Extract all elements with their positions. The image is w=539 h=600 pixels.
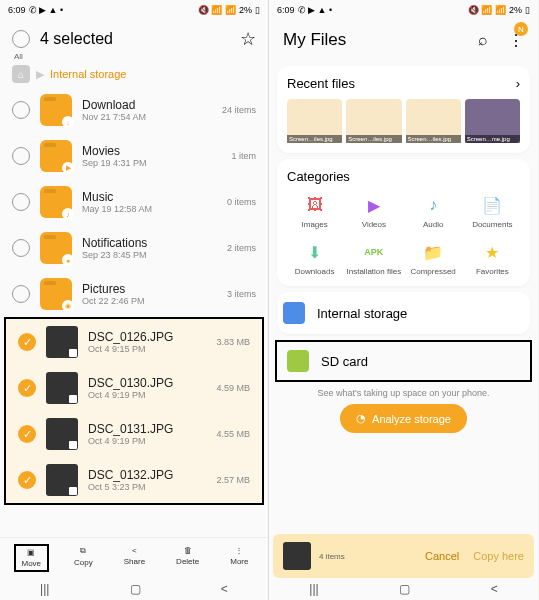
selected-files-box: ✓ DSC_0126.JPGOct 4 9:15 PM 3.83 MB ✓ DS… xyxy=(4,317,264,505)
folder-row[interactable]: ↓ DownloadNov 21 7:54 AM 24 items xyxy=(0,87,268,133)
select-all-checkbox[interactable] xyxy=(12,30,30,48)
chevron-right-icon[interactable]: › xyxy=(516,76,520,91)
checkbox[interactable] xyxy=(12,101,30,119)
category-compressed[interactable]: 📁 Compressed xyxy=(406,241,461,276)
recent-apps-icon[interactable]: ||| xyxy=(309,582,318,596)
category-icon: 🖼 xyxy=(304,194,326,216)
back-nav-icon[interactable]: < xyxy=(491,582,498,596)
breadcrumb-label: Internal storage xyxy=(50,68,126,80)
pie-icon: ◔ xyxy=(356,412,366,425)
recent-apps-icon[interactable]: ||| xyxy=(40,582,49,596)
category-images[interactable]: 🖼 Images xyxy=(287,194,342,229)
storage-card: Internal storage xyxy=(277,292,530,334)
category-icon: APK xyxy=(363,241,385,263)
internal-storage-item[interactable]: Internal storage xyxy=(277,292,530,334)
internal-storage-icon xyxy=(283,302,305,324)
home-nav-icon[interactable]: ▢ xyxy=(130,582,141,596)
categories-title: Categories xyxy=(287,169,520,184)
battery: 2% xyxy=(509,5,522,15)
copy-button[interactable]: ⧉Copy xyxy=(68,544,99,572)
category-icon: ▶ xyxy=(363,194,385,216)
checked-icon[interactable]: ✓ xyxy=(18,379,36,397)
category-icon: ⬇ xyxy=(304,241,326,263)
category-documents[interactable]: 📄 Documents xyxy=(465,194,520,229)
copy-count: 4 items xyxy=(319,552,417,561)
nav-bar: ||| ▢ < xyxy=(269,578,538,600)
category-downloads[interactable]: ⬇ Downloads xyxy=(287,241,342,276)
phone-left: 6:09 ✆ ▶ ▲ • 🔇 📶 📶 2% ▯ 4 selected ☆ All… xyxy=(0,0,269,600)
category-icon: 📄 xyxy=(481,194,503,216)
image-thumb xyxy=(46,418,78,450)
folder-icon: ◉ xyxy=(40,278,72,310)
image-thumb xyxy=(46,372,78,404)
recent-thumb[interactable]: Screen…iles.jpg xyxy=(406,99,461,143)
checked-icon[interactable]: ✓ xyxy=(18,425,36,443)
all-label: All xyxy=(14,52,268,61)
checkbox[interactable] xyxy=(12,285,30,303)
move-button[interactable]: ▣Move xyxy=(14,544,50,572)
checked-icon[interactable]: ✓ xyxy=(18,471,36,489)
phone-right: 6:09 ✆ ▶ ▲ • 🔇 📶 📶 2% ▯ My Files ⌕ ⋮ N R… xyxy=(269,0,538,600)
folder-icon: ▶ xyxy=(40,140,72,172)
home-nav-icon[interactable]: ▢ xyxy=(399,582,410,596)
home-icon[interactable]: ⌂ xyxy=(12,65,30,83)
sd-card-item[interactable]: SD card xyxy=(275,340,532,382)
file-row[interactable]: ✓ DSC_0132.JPGOct 5 3:23 PM 2.57 MB xyxy=(6,457,262,503)
file-row[interactable]: ✓ DSC_0131.JPGOct 4 9:19 PM 4.55 MB xyxy=(6,411,262,457)
category-audio[interactable]: ♪ Audio xyxy=(406,194,461,229)
more-button[interactable]: ⋮More xyxy=(224,544,254,572)
category-label: Compressed xyxy=(410,267,455,276)
folder-row[interactable]: ◉ PicturesOct 22 2:46 PM 3 items xyxy=(0,271,268,317)
breadcrumb[interactable]: ⌂ ▶ Internal storage xyxy=(0,61,268,87)
category-icon: 📁 xyxy=(422,241,444,263)
category-installation-files[interactable]: APK Installation files xyxy=(346,241,401,276)
category-icon: ★ xyxy=(481,241,503,263)
category-label: Installation files xyxy=(347,267,402,276)
categories-card: Categories 🖼 Images ▶ Videos ♪ Audio 📄 D… xyxy=(277,159,530,286)
image-thumb xyxy=(46,326,78,358)
folder-icon: ↓ xyxy=(40,94,72,126)
selection-count: 4 selected xyxy=(40,30,230,48)
folder-icon: ● xyxy=(40,232,72,264)
copy-here-button[interactable]: Copy here xyxy=(473,550,524,562)
storage-label: SD card xyxy=(321,354,368,369)
storage-label: Internal storage xyxy=(317,306,407,321)
favorite-icon[interactable]: ☆ xyxy=(240,28,256,50)
recent-title: Recent files xyxy=(287,76,355,91)
recent-thumb[interactable]: Screen…iles.jpg xyxy=(346,99,401,143)
category-label: Favorites xyxy=(476,267,509,276)
checkbox[interactable] xyxy=(12,147,30,165)
folder-row[interactable]: ♪ MusicMay 19 12:58 AM 0 items xyxy=(0,179,268,225)
category-label: Videos xyxy=(362,220,386,229)
notification-badge: N xyxy=(514,22,528,36)
delete-button[interactable]: 🗑Delete xyxy=(170,544,205,572)
copy-bar: 4 items Cancel Copy here xyxy=(273,534,534,578)
file-row[interactable]: ✓ DSC_0126.JPGOct 4 9:15 PM 3.83 MB xyxy=(6,319,262,365)
back-nav-icon[interactable]: < xyxy=(221,582,228,596)
cancel-button[interactable]: Cancel xyxy=(425,550,459,562)
checkbox[interactable] xyxy=(12,193,30,211)
battery: 2% xyxy=(239,5,252,15)
status-bar: 6:09 ✆ ▶ ▲ • 🔇 📶 📶 2% ▯ xyxy=(0,0,268,20)
analyze-button[interactable]: ◔ Analyze storage xyxy=(340,404,467,433)
page-title: My Files xyxy=(283,30,468,50)
file-row[interactable]: ✓ DSC_0130.JPGOct 4 9:19 PM 4.59 MB xyxy=(6,365,262,411)
copy-thumb xyxy=(283,542,311,570)
recent-thumb[interactable]: Screen…iles.jpg xyxy=(287,99,342,143)
category-favorites[interactable]: ★ Favorites xyxy=(465,241,520,276)
recent-thumb[interactable]: Screen…me.jpg xyxy=(465,99,520,143)
folder-row[interactable]: ● NotificationsSep 23 8:45 PM 2 items xyxy=(0,225,268,271)
sd-card-icon xyxy=(287,350,309,372)
action-bar: ▣Move ⧉Copy <Share 🗑Delete ⋮More xyxy=(0,537,268,578)
category-videos[interactable]: ▶ Videos xyxy=(346,194,401,229)
time: 6:09 xyxy=(8,5,26,15)
folder-row[interactable]: ▶ MoviesSep 19 4:31 PM 1 item xyxy=(0,133,268,179)
category-icon: ♪ xyxy=(422,194,444,216)
checked-icon[interactable]: ✓ xyxy=(18,333,36,351)
folder-icon: ♪ xyxy=(40,186,72,218)
category-label: Downloads xyxy=(295,267,335,276)
search-icon[interactable]: ⌕ xyxy=(478,31,488,49)
checkbox[interactable] xyxy=(12,239,30,257)
share-button[interactable]: <Share xyxy=(118,544,151,572)
analyze-section: See what's taking up space on your phone… xyxy=(269,382,538,439)
